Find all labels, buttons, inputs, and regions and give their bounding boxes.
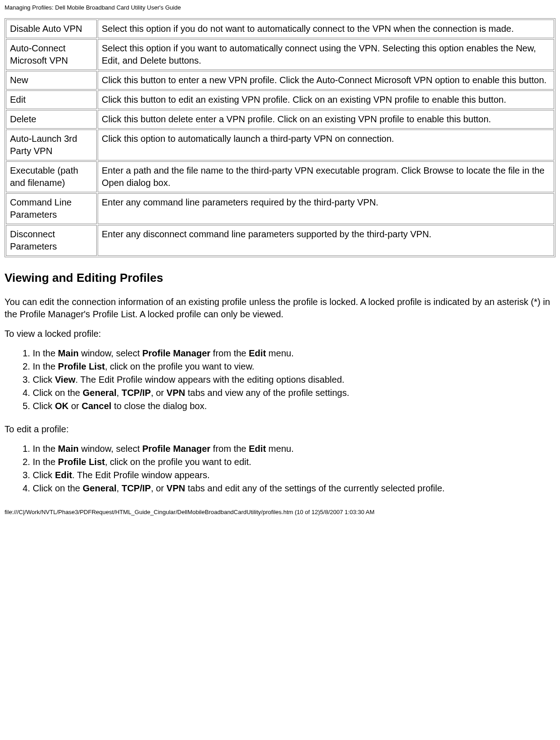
option-description: Enter any disconnect command line parame… xyxy=(98,225,554,256)
page-header: Managing Profiles: Dell Mobile Broadband… xyxy=(5,4,555,12)
option-label: New xyxy=(6,71,97,90)
table-row: Auto-Launch 3rd Party VPNClick this opti… xyxy=(6,130,554,160)
list-item: Click on the General, TCP/IP, or VPN tab… xyxy=(33,482,555,495)
option-description: Click this button to edit an existing VP… xyxy=(98,90,554,109)
option-description: Select this option if you do not want to… xyxy=(98,20,554,38)
option-description: Enter any command line parameters requir… xyxy=(98,193,554,224)
option-description: Click this button delete enter a VPN pro… xyxy=(98,110,554,129)
table-row: Command Line ParametersEnter any command… xyxy=(6,193,554,224)
intro-paragraph: You can edit the connection information … xyxy=(5,296,555,320)
option-label: Command Line Parameters xyxy=(6,193,97,224)
list-item: Click Edit. The Edit Profile window appe… xyxy=(33,469,555,481)
edit-profile-steps: In the Main window, select Profile Manag… xyxy=(5,443,555,495)
view-locked-steps: In the Main window, select Profile Manag… xyxy=(5,347,555,412)
option-label: Edit xyxy=(6,90,97,109)
table-row: Disconnect ParametersEnter any disconnec… xyxy=(6,225,554,256)
option-label: Executable (path and filename) xyxy=(6,161,97,192)
table-row: Disable Auto VPNSelect this option if yo… xyxy=(6,20,554,38)
list-item: Click on the General, TCP/IP, or VPN tab… xyxy=(33,387,555,399)
list-item: Click View. The Edit Profile window appe… xyxy=(33,374,555,386)
table-row: NewClick this button to enter a new VPN … xyxy=(6,71,554,90)
option-description: Click this option to automatically launc… xyxy=(98,130,554,160)
list-item: In the Main window, select Profile Manag… xyxy=(33,347,555,360)
option-label: Disable Auto VPN xyxy=(6,20,97,38)
edit-profile-intro: To edit a profile: xyxy=(5,423,555,435)
table-row: Auto-Connect Microsoft VPNSelect this op… xyxy=(6,39,554,70)
option-description: Enter a path and the file name to the th… xyxy=(98,161,554,192)
option-description: Click this button to enter a new VPN pro… xyxy=(98,71,554,90)
option-label: Delete xyxy=(6,110,97,129)
table-row: Executable (path and filename)Enter a pa… xyxy=(6,161,554,192)
vpn-options-table: Disable Auto VPNSelect this option if yo… xyxy=(5,18,555,257)
view-locked-intro: To view a locked profile: xyxy=(5,328,555,340)
table-row: DeleteClick this button delete enter a V… xyxy=(6,110,554,129)
page-footer: file:///C|/Work/NVTL/Phase3/PDFRequest/H… xyxy=(5,508,555,516)
option-label: Auto-Connect Microsoft VPN xyxy=(6,39,97,70)
list-item: Click OK or Cancel to close the dialog b… xyxy=(33,400,555,412)
option-description: Select this option if you want to automa… xyxy=(98,39,554,70)
option-label: Disconnect Parameters xyxy=(6,225,97,256)
list-item: In the Profile List, click on the profil… xyxy=(33,360,555,373)
list-item: In the Main window, select Profile Manag… xyxy=(33,443,555,455)
heading-view-edit: Viewing and Editing Profiles xyxy=(5,270,555,286)
list-item: In the Profile List, click on the profil… xyxy=(33,456,555,468)
table-row: EditClick this button to edit an existin… xyxy=(6,90,554,109)
option-label: Auto-Launch 3rd Party VPN xyxy=(6,130,97,160)
